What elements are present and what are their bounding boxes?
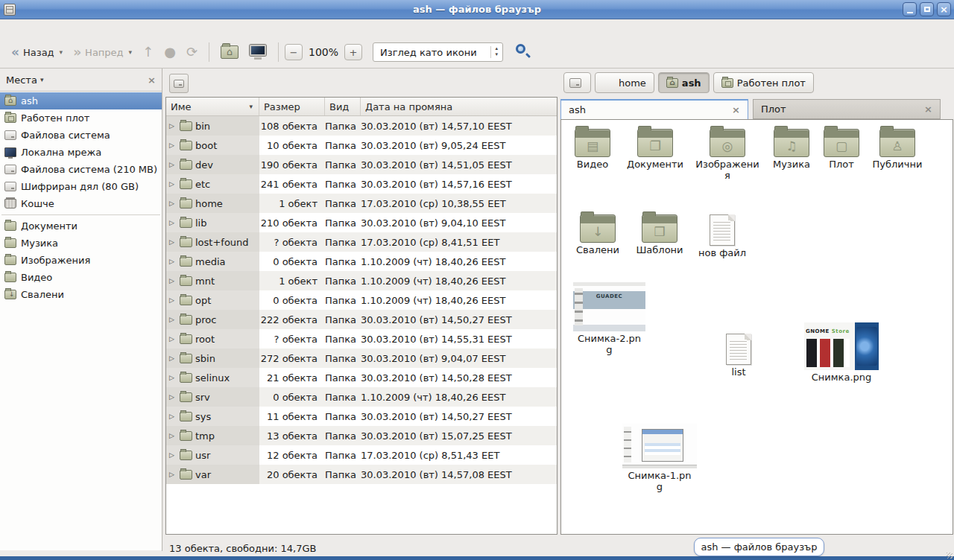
expander-icon[interactable]: ▷ [169, 161, 177, 168]
search-button[interactable] [514, 42, 533, 62]
menu-item[interactable] [70, 27, 83, 30]
folder-public[interactable]: ♙ Публични [867, 129, 928, 171]
expander-icon[interactable]: ▷ [169, 258, 177, 265]
place-documents[interactable]: Документи [0, 217, 162, 235]
expander-icon[interactable]: ▷ [169, 238, 177, 246]
root[interactable]: ▷ root ? обекта Папка 30.03.2010 (вт) 14… [166, 329, 557, 349]
column-header-type[interactable]: Вид [325, 98, 361, 115]
forward-button[interactable]: » Напред ▾ [68, 42, 137, 63]
usr[interactable]: ▷ usr 12 обекта Папка 17.03.2010 (ср) 8,… [166, 445, 557, 465]
srv[interactable]: ▷ srv 0 обекта Папка 1.10.2009 (чт) 18,4… [166, 387, 557, 407]
expander-icon[interactable]: ▷ [169, 471, 177, 478]
tab-ash[interactable]: ash × [560, 99, 748, 119]
folder-documents[interactable]: ❐ Документи [624, 129, 686, 171]
computer-button[interactable] [244, 41, 272, 63]
zoom-out-button[interactable]: − [285, 44, 303, 60]
back-dropdown-icon[interactable]: ▾ [60, 48, 63, 56]
expander-icon[interactable]: ▷ [169, 316, 177, 323]
crumb-ash[interactable]: ash [658, 72, 710, 93]
sidebar-close-icon[interactable]: × [148, 74, 156, 86]
place-desktop[interactable]: Работен плот [0, 109, 162, 127]
menu-item[interactable] [16, 27, 30, 30]
back-button[interactable]: « Назад ▾ [6, 42, 68, 63]
lost+found[interactable]: ▷ lost+found ? обекта Папка 17.03.2010 (… [166, 232, 557, 252]
expander-icon[interactable]: ▷ [169, 296, 177, 304]
place-downloads[interactable]: Свалени [0, 286, 162, 303]
maximize-button[interactable] [920, 2, 934, 16]
mnt[interactable]: ▷ mnt 1 обект Папка 1.10.2009 (чт) 18,40… [166, 271, 557, 290]
menu-item[interactable] [3, 27, 16, 30]
media[interactable]: ▷ media 0 обекта Папка 1.10.2009 (чт) 18… [166, 252, 557, 271]
crumb-home[interactable]: home [595, 72, 654, 93]
place-encrypted-80gb[interactable]: Шифриран дял (80 GB) [0, 178, 162, 195]
dev[interactable]: ▷ dev 190 обекта Папка 30.03.2010 (вт) 1… [166, 155, 557, 174]
place-videos[interactable]: Видео [0, 269, 162, 286]
up-button[interactable]: ↑ [137, 42, 159, 63]
expander-icon[interactable]: ▷ [169, 277, 177, 284]
expander-icon[interactable]: ▷ [169, 374, 177, 381]
place-ash[interactable]: ash [0, 92, 162, 109]
folder-desktop[interactable]: ▢ Плот [815, 129, 868, 171]
menu-item[interactable] [57, 27, 70, 30]
folder-video[interactable]: ▤ Видео [563, 129, 622, 171]
tab-close-icon[interactable]: × [732, 104, 740, 115]
expander-icon[interactable]: ▷ [169, 141, 177, 149]
tab-close-icon[interactable]: × [924, 104, 932, 115]
expander-icon[interactable]: ▷ [169, 180, 177, 188]
home-button[interactable] [215, 42, 244, 63]
folder-pictures[interactable]: ◎ Изображения [695, 129, 760, 182]
zoom-in-button[interactable]: + [344, 44, 362, 60]
chevron-down-icon[interactable]: ▾ [40, 76, 44, 83]
file-snimka-2[interactable]: GUADEC Снимка-2.png [572, 282, 647, 356]
sbin[interactable]: ▷ sbin 272 обекта Папка 30.03.2010 (вт) … [166, 349, 557, 368]
file-new-file[interactable]: нов файл [692, 214, 752, 259]
place-network[interactable]: Локална мрежа [0, 144, 162, 161]
sidebar-title[interactable]: Места [6, 74, 37, 86]
selinux[interactable]: ▷ selinux 21 обекта Папка 30.03.2010 (вт… [166, 368, 557, 387]
place-filesystem[interactable]: Файлова система [0, 127, 162, 144]
bin[interactable]: ▷ bin 108 обекта Папка 30.03.2010 (вт) 1… [166, 116, 557, 136]
expander-icon[interactable]: ▷ [169, 451, 177, 459]
etc[interactable]: ▷ etc 241 обекта Папка 30.03.2010 (вт) 1… [166, 174, 557, 194]
home[interactable]: ▷ home 1 обект Папка 17.03.2010 (ср) 10,… [166, 194, 557, 213]
file-list[interactable]: list [710, 334, 767, 378]
folder-music[interactable]: ♫ Музика [763, 129, 820, 171]
expander-icon[interactable]: ▷ [169, 335, 177, 343]
place-volume-210mb[interactable]: Файлова система (210 MB) [0, 161, 162, 178]
place-music[interactable]: Музика [0, 235, 162, 252]
place-trash[interactable]: Кошче [0, 195, 162, 212]
var[interactable]: ▷ var 20 обекта Папка 30.03.2010 (вт) 14… [166, 465, 557, 484]
menu-item[interactable] [30, 27, 43, 30]
boot[interactable]: ▷ boot 10 обекта Папка 30.03.2010 (вт) 9… [166, 136, 557, 155]
expander-icon[interactable]: ▷ [169, 354, 177, 362]
reload-button[interactable]: ⟳ [181, 42, 203, 63]
expander-icon[interactable]: ▷ [169, 219, 177, 226]
column-header-date[interactable]: Дата на промяна [361, 98, 557, 115]
proc[interactable]: ▷ proc 222 обекта Папка 30.03.2010 (вт) … [166, 310, 557, 329]
stop-button[interactable]: ● [159, 42, 181, 63]
crumb-desktop[interactable]: Работен плот [713, 72, 814, 93]
expander-icon[interactable]: ▷ [169, 122, 177, 130]
menu-item[interactable] [43, 27, 57, 30]
view-mode-select[interactable]: Изглед като икони ▴▾ [373, 42, 503, 62]
expander-icon[interactable]: ▷ [169, 432, 177, 439]
forward-dropdown-icon[interactable]: ▾ [129, 48, 133, 56]
folder-templates[interactable]: ❒ Шаблони [629, 214, 690, 256]
place-pictures[interactable]: Изображения [0, 252, 162, 269]
expander-icon[interactable]: ▷ [169, 413, 177, 420]
sys[interactable]: ▷ sys 11 обекта Папка 30.03.2010 (вт) 14… [166, 407, 557, 426]
file-snimka[interactable]: GNOME Store Снимка.png [801, 322, 882, 384]
crumb-root[interactable] [563, 72, 591, 93]
column-header-size[interactable]: Размер [259, 98, 325, 115]
root-location-button[interactable] [169, 74, 189, 93]
minimize-button[interactable] [903, 2, 917, 16]
column-header-name[interactable]: Име ▾ [166, 98, 259, 115]
tmp[interactable]: ▷ tmp 13 обекта Папка 30.03.2010 (вт) 15… [166, 426, 557, 445]
expander-icon[interactable]: ▷ [169, 200, 177, 207]
opt[interactable]: ▷ opt 0 обекта Папка 1.10.2009 (чт) 18,4… [166, 290, 557, 310]
lib[interactable]: ▷ lib 210 обекта Папка 30.03.2010 (вт) 9… [166, 213, 557, 232]
tab-plot[interactable]: Плот × [753, 99, 941, 119]
close-button[interactable]: × [937, 2, 951, 16]
folder-downloads[interactable]: ↓ Свалени [568, 214, 628, 256]
file-snimka-1[interactable]: Снимка-1.png [621, 424, 698, 493]
